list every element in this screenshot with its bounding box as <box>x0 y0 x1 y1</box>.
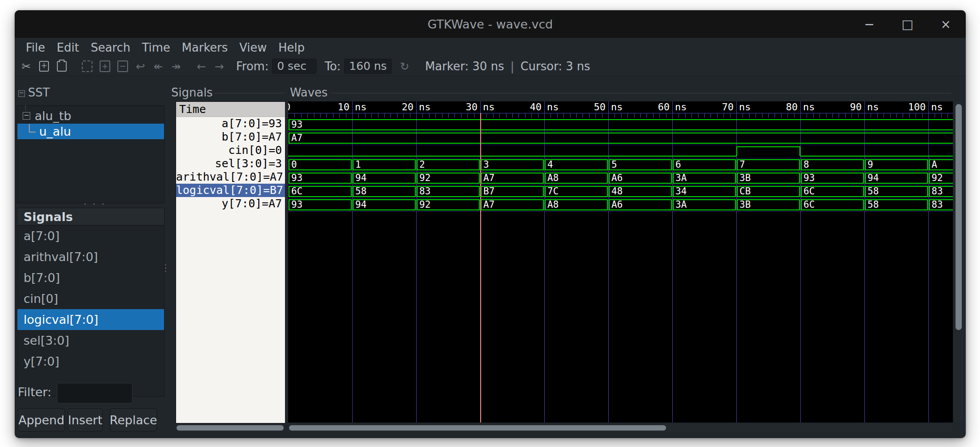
minimize-button[interactable]: − <box>862 16 877 32</box>
signal-name-row[interactable]: a[7:0]=93 <box>176 117 285 130</box>
bit-low-segment <box>288 156 736 157</box>
paste-icon[interactable] <box>56 60 68 73</box>
tree-item-u-alu[interactable]: u_alu <box>17 124 164 139</box>
menu-help[interactable]: Help <box>273 39 310 56</box>
close-button[interactable]: × <box>938 16 953 32</box>
from-entry[interactable]: 0 sec <box>272 59 317 74</box>
signal-name-row[interactable]: y[7:0]=A7 <box>176 197 285 210</box>
zoom-fit-icon[interactable] <box>81 60 93 73</box>
names-hscrollbar[interactable] <box>176 424 285 432</box>
signal-name-row[interactable]: sel[3:0]=3 <box>176 157 285 170</box>
names-hscroll-thumb[interactable] <box>177 425 284 431</box>
copy-icon[interactable] <box>38 60 50 73</box>
wave-row-arithval70[interactable]: 939492A7A8A63A3B939492 <box>288 172 953 185</box>
bus-segment: 93 <box>289 173 352 184</box>
bus-segment: 92 <box>417 173 480 184</box>
minor-tick <box>832 113 833 118</box>
signal-list-item[interactable]: b[7:0] <box>17 267 164 288</box>
bus-value: 93 <box>291 120 302 129</box>
insert-button[interactable]: Insert <box>68 408 103 431</box>
minor-tick <box>506 113 506 118</box>
menu-view[interactable]: View <box>233 39 273 56</box>
wave-hscrollbar[interactable] <box>288 424 953 432</box>
tree-item-alu-tb[interactable]: − alu_tb <box>17 108 164 124</box>
bus-segment: A7 <box>289 133 953 144</box>
minor-tick <box>422 113 423 118</box>
marker-line[interactable] <box>480 113 481 423</box>
timeline-tick-label: 30 <box>438 101 478 113</box>
minor-tick <box>896 113 897 118</box>
wave-vscrollbar[interactable] <box>954 101 964 423</box>
forward-icon[interactable]: → <box>213 60 225 73</box>
bus-segment: A6 <box>609 173 672 184</box>
minor-tick <box>333 113 333 118</box>
minor-tick <box>397 113 398 118</box>
bus-value: A8 <box>547 200 558 209</box>
wave-vscroll-thumb[interactable] <box>956 104 962 330</box>
menu-markers[interactable]: Markers <box>176 39 233 56</box>
wave-row-b70[interactable]: A7 <box>288 132 953 145</box>
maximize-button[interactable]: □ <box>900 16 915 32</box>
minor-tick <box>454 113 455 118</box>
signal-name-row[interactable]: b[7:0]=A7 <box>176 130 285 144</box>
signal-list-item[interactable]: logicval[7:0] <box>17 309 164 330</box>
sst-expander-icon[interactable]: − <box>18 90 25 97</box>
bus-segment: 2 <box>417 159 480 170</box>
bus-value: A <box>932 160 937 169</box>
shift-right-icon[interactable]: ↠ <box>170 60 182 73</box>
signal-name-row[interactable]: logicval[7:0]=B7 <box>176 184 285 197</box>
marker-status: Marker: 30 ns <box>425 60 504 73</box>
wave-row-logicval70[interactable]: 6C5883B77C4834CB6C5883 <box>288 185 953 198</box>
sst-splitter-handle[interactable]: · · · <box>81 203 108 207</box>
minor-tick <box>768 113 769 118</box>
collapse-icon[interactable]: − <box>23 112 30 120</box>
zoom-out-icon[interactable]: − <box>117 60 129 73</box>
menu-time[interactable]: Time <box>136 39 176 56</box>
wave-row-y70[interactable]: 939492A7A8A63A3B6C5883 <box>288 198 953 212</box>
append-button[interactable]: Append <box>18 408 65 431</box>
signal-list-item[interactable]: cin[0] <box>17 288 164 309</box>
time-header[interactable]: Time <box>176 102 285 117</box>
zoom-in-icon[interactable]: + <box>99 60 111 73</box>
reload-icon[interactable]: ↻ <box>399 60 410 73</box>
signal-name-row[interactable]: arithval[7:0]=A7 <box>176 170 285 184</box>
cut-icon[interactable]: ✂ <box>20 60 32 73</box>
wave-rows: 93A70123456789A939492A7A8A63A3B9394926C5… <box>288 118 953 212</box>
shift-left-icon[interactable]: ↞ <box>153 60 164 73</box>
minor-tick <box>435 113 436 118</box>
filter-input[interactable] <box>57 383 133 403</box>
bus-segment: 83 <box>417 186 480 197</box>
title-bar[interactable]: GTKWave - wave.vcd − □ × <box>15 10 966 38</box>
wave-row-a70[interactable]: 93 <box>288 118 953 132</box>
waves-frame-line <box>331 93 951 93</box>
menu-edit[interactable]: Edit <box>51 39 85 56</box>
bus-segment: 83 <box>929 186 953 197</box>
sst-frame-label[interactable]: SST <box>28 86 50 99</box>
zoom-out-icon: − <box>117 60 128 72</box>
replace-button[interactable]: Replace <box>110 408 157 431</box>
to-entry[interactable]: 160 ns <box>344 59 392 74</box>
signal-list-item[interactable]: y[7:0] <box>17 351 164 372</box>
zoom-in-icon: + <box>100 60 110 72</box>
back-icon[interactable]: ← <box>196 60 207 73</box>
signal-name-row[interactable]: cin[0]=0 <box>176 144 285 157</box>
signal-list-item[interactable]: sel[3:0] <box>17 330 164 351</box>
wave-canvas[interactable]: 010ns20ns30ns40ns50ns60ns70ns80ns90ns100… <box>288 101 953 423</box>
wave-hscroll-thumb[interactable] <box>289 425 666 431</box>
minor-tick <box>634 113 635 118</box>
bus-value: 83 <box>419 187 430 196</box>
signals-list-header: Signals <box>17 208 164 226</box>
zoom-undo-icon[interactable]: ↩ <box>135 60 146 73</box>
menu-file[interactable]: File <box>20 39 51 56</box>
toolbar: ✂+−↩↞↠←→ From: 0 sec To: 160 ns ↻ Marker… <box>15 57 966 76</box>
timeline-tick-label: 20 <box>374 101 414 113</box>
minor-tick <box>410 113 410 118</box>
signal-list-item[interactable]: a[7:0] <box>17 226 164 246</box>
bus-value: 93 <box>291 200 302 209</box>
signal-list-item[interactable]: arithval[7:0] <box>17 246 164 267</box>
wave-row-sel30[interactable]: 0123456789A <box>288 158 953 172</box>
menu-search[interactable]: Search <box>85 39 136 56</box>
wave-row-cin0[interactable] <box>288 145 953 158</box>
minor-tick <box>826 113 827 118</box>
bus-value: 0 <box>291 160 297 169</box>
